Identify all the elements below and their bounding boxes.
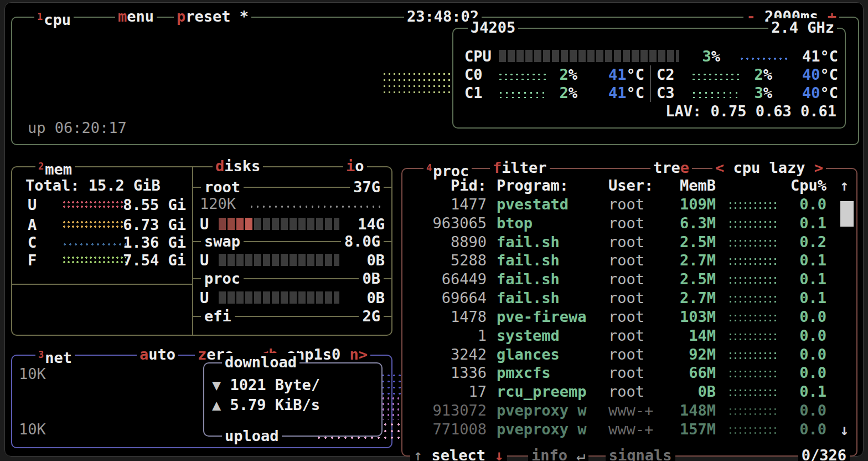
proc-footer: ↑ select ↓ info ↵ signals 0/326 <box>402 446 856 461</box>
cpu-box-title[interactable]: 1cpu <box>34 7 74 29</box>
disk-swap-used-row: U 0B <box>193 251 391 269</box>
process-row[interactable]: 8890fail.shroot2.5M0.2 <box>402 233 856 251</box>
sort-selector[interactable]: < cpu lazy > <box>712 158 826 177</box>
cpu-total-temp: 41°C <box>802 47 838 65</box>
process-row[interactable]: 771008pveproxy wwww-+157M0.0 <box>402 420 856 438</box>
mem-total-label: Total: <box>25 177 80 194</box>
disk-size: 2G <box>359 308 384 325</box>
process-cpu: 0.2 <box>778 233 826 251</box>
menu-button[interactable]: menu <box>115 7 157 26</box>
disk-name: root <box>201 178 244 196</box>
core-percent-value: 2 <box>559 66 568 83</box>
interval-decrease-button[interactable]: - <box>746 8 755 25</box>
proc-box: 4proc filter tree < cpu lazy > Pid: Prog… <box>401 168 857 457</box>
core-temp-value: 41 <box>608 84 627 101</box>
process-row[interactable]: 66449fail.shroot2.5M0.1 <box>402 270 856 288</box>
process-pid: 1 <box>411 326 487 345</box>
process-cpu: 0.0 <box>778 363 826 382</box>
core-temp: 41°C <box>608 84 644 102</box>
core-temp: 40°C <box>802 65 838 84</box>
core-label: C1 <box>464 84 483 102</box>
process-mem: 2.7M <box>662 251 716 269</box>
process-row[interactable]: 1systemdroot14M0.0 <box>402 326 856 345</box>
header-mem[interactable]: MemB <box>662 176 716 194</box>
sort-prev-button[interactable]: < <box>715 159 724 176</box>
process-cpu-graph <box>728 369 777 378</box>
process-name: rcu_preemp <box>497 382 610 401</box>
disk-swap-header: swap 8.0G <box>193 232 391 250</box>
process-cpu-graph <box>728 388 777 397</box>
core-percent: 2% <box>536 84 577 102</box>
mem-hotkey: 2 <box>38 161 45 172</box>
process-name: pveproxy w <box>497 420 610 438</box>
process-cpu: 0.1 <box>778 251 826 269</box>
process-row[interactable]: 5288fail.shroot2.7M0.1 <box>402 251 856 269</box>
process-row[interactable]: 913072pveproxy wwww-+148M0.0 <box>402 401 856 419</box>
process-row[interactable]: 1477pvestatdroot109M0.0 <box>402 195 856 213</box>
disk-used-value: 0B <box>366 251 385 269</box>
disk-name: proc <box>201 270 244 287</box>
process-pid: 17 <box>411 382 487 401</box>
filter-button[interactable]: filter <box>490 158 550 177</box>
process-table-header: Pid: Program: User: MemB Cpu% ↑ <box>402 176 856 194</box>
process-cpu-graph <box>728 201 777 209</box>
process-row[interactable]: 1336pmxcfsroot66M0.0 <box>402 363 856 382</box>
load-average-row: LAV: 0.75 0.63 0.61 <box>453 102 836 120</box>
download-rate-row: ▼ 1021 Byte/ <box>212 376 320 394</box>
rule <box>193 278 201 279</box>
cpu-total-meter <box>499 50 679 62</box>
process-row[interactable]: 3242glancesroot92M0.0 <box>402 345 856 363</box>
select-control[interactable]: ↑ select ↓ <box>410 447 507 461</box>
net-scale-bottom: 10K <box>19 420 46 438</box>
info-control[interactable]: info ↵ <box>528 447 589 461</box>
process-row[interactable]: 69664fail.shroot2.7M0.1 <box>402 289 856 307</box>
process-cpu-graph <box>728 275 777 284</box>
mem-box-title[interactable]: 2mem <box>35 157 75 179</box>
process-cpu: 0.0 <box>778 195 826 213</box>
signals-control[interactable]: signals <box>606 447 675 461</box>
info-label: info <box>531 447 567 461</box>
rule <box>193 187 201 188</box>
cpu-detail-box: J4205 2.4 GHz CPU 3% 41°C C0 2% 41°C C2 … <box>452 28 846 129</box>
process-cpu-graph <box>728 407 777 416</box>
process-pid: 1336 <box>411 363 487 382</box>
process-cpu-graph <box>728 219 777 228</box>
disk-used-meter <box>219 291 339 304</box>
tree-button[interactable]: tree <box>650 158 692 177</box>
core-percent-value: 2 <box>559 84 568 101</box>
process-cpu-graph <box>728 294 777 303</box>
sort-next-button[interactable]: > <box>814 159 823 176</box>
process-pid: 963065 <box>411 214 487 232</box>
process-pid: 3242 <box>411 345 487 363</box>
process-row[interactable]: 17rcu_preemproot0B0.1 <box>402 382 856 401</box>
select-up-icon[interactable]: ↑ <box>414 447 422 461</box>
cpu-frequency: 2.4 GHz <box>768 18 837 37</box>
process-row[interactable]: 963065btoproot6.3M0.1 <box>402 214 856 232</box>
mem-row-cached: C 1.36 Gi <box>12 233 190 252</box>
mem-row-value: 6.73 Gi <box>123 216 186 234</box>
header-cpu[interactable]: Cpu% <box>778 176 826 194</box>
process-mem: 109M <box>662 195 716 213</box>
scroll-up-icon[interactable]: ↑ <box>840 176 849 194</box>
mem-free-graph <box>62 255 126 265</box>
process-cpu-graph <box>728 257 777 265</box>
disk-name: swap <box>201 233 244 250</box>
process-mem: 157M <box>662 420 716 438</box>
select-down-icon[interactable]: ↓ <box>494 447 503 461</box>
next-interface-button[interactable]: n> <box>350 346 368 363</box>
header-program[interactable]: Program: <box>497 176 610 194</box>
cpu-hotkey: 1 <box>37 11 44 22</box>
preset-button[interactable]: preset * <box>174 7 251 26</box>
disk-io-value: 120K <box>200 194 236 213</box>
net-box-title[interactable]: 3net <box>35 345 75 367</box>
net-auto-button[interactable]: auto <box>137 345 178 364</box>
preset-hotkey: p <box>177 8 185 25</box>
header-pid[interactable]: Pid: <box>411 176 487 194</box>
mem-row-label: C <box>28 233 37 252</box>
core-temp-value: 41 <box>608 66 627 83</box>
upload-label: upload <box>222 427 282 445</box>
core-temp-value: 40 <box>802 84 820 101</box>
process-row[interactable]: 1478pve-firewaroot103M0.0 <box>402 308 856 326</box>
rule <box>384 316 391 317</box>
menu-label: enu <box>127 8 154 25</box>
